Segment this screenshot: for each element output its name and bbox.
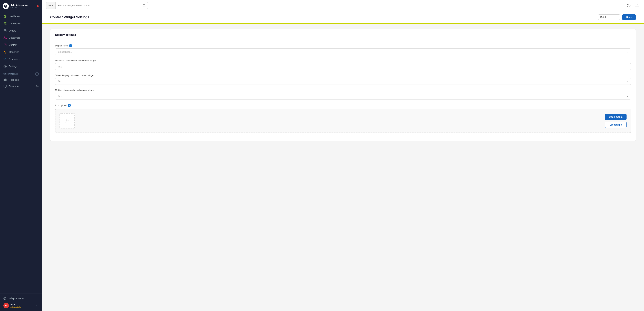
sidebar-item-extensions[interactable]: Extensions: [0, 56, 42, 63]
sidebar-item-dashboard[interactable]: Dashboard: [0, 13, 42, 20]
user-menu-button[interactable]: [36, 304, 39, 307]
svg-rect-16: [4, 85, 6, 87]
chevron-down-icon: ⌄: [626, 65, 628, 68]
sidebar-item-customers[interactable]: Customers: [0, 34, 42, 41]
storefront-icon: [4, 85, 7, 88]
mobile-display-group: Mobile: display collapsed contact widget…: [55, 89, 631, 99]
icon-upload-label: Icon upload: [55, 104, 66, 107]
page-header: Contact Widget Settings Dutch Save: [42, 11, 644, 24]
sidebar-item-settings[interactable]: Settings: [0, 63, 42, 70]
open-media-button[interactable]: Open media: [605, 114, 626, 120]
card-body: Display rules ? Select rules... ⌄ Deskto…: [50, 40, 636, 141]
sidebar-item-label: Settings: [9, 65, 18, 68]
sidebar-item-marketing[interactable]: Marketing: [0, 48, 42, 56]
notifications-button[interactable]: [634, 2, 640, 8]
svg-point-8: [4, 37, 5, 38]
dashboard-icon: [4, 15, 7, 18]
user-role: Administrator: [10, 306, 22, 308]
svg-point-21: [143, 4, 145, 6]
sidebar-item-label: Customers: [9, 36, 20, 39]
svg-point-19: [37, 86, 38, 86]
sidebar-item-label: Extensions: [9, 58, 20, 60]
sales-channels-label: Sales Channels: [4, 73, 18, 75]
chevron-down-icon: ⌄: [626, 95, 628, 97]
sidebar: G Administration 6.4.18.0 Dashboard Cata…: [0, 0, 42, 311]
save-button[interactable]: Save: [622, 14, 636, 20]
sidebar-item-label: Content: [9, 43, 17, 46]
mobile-select[interactable]: Text ⌄: [55, 93, 631, 99]
avatar: D: [4, 303, 9, 308]
sidebar-header: G Administration 6.4.18.0: [0, 0, 42, 11]
page-header-right: Dutch Save: [598, 14, 636, 20]
app-logo: G: [3, 3, 9, 9]
user-section: D demo Administrator: [4, 301, 39, 309]
sidebar-item-label: Orders: [9, 29, 16, 32]
headless-icon: [4, 78, 7, 81]
chevron-down-icon: ⌄: [626, 80, 628, 82]
svg-rect-5: [4, 24, 5, 25]
sidebar-item-catalogues[interactable]: Catalogues: [0, 20, 42, 27]
search-filter-button[interactable]: All: [46, 2, 56, 9]
desktop-label: Desktop: Display collapsed contact widge…: [55, 59, 631, 62]
svg-point-26: [66, 120, 67, 120]
upload-placeholder: [60, 113, 75, 128]
marketing-icon: [4, 50, 7, 54]
svg-rect-15: [4, 79, 6, 81]
collapse-menu-label: Collapse menu: [8, 297, 24, 300]
nav-menu: Dashboard Catalogues Orders Customers Co…: [0, 11, 42, 294]
status-dot: [37, 5, 39, 7]
channel-label: Storefront: [9, 85, 19, 88]
icon-upload-header: Icon upload ? …: [55, 104, 631, 107]
tablet-display-group: Tablet: Display collapsed contact widget…: [55, 74, 631, 85]
add-channel-button[interactable]: +: [35, 72, 39, 76]
sidebar-item-content[interactable]: Content: [0, 41, 42, 48]
search-button[interactable]: [140, 2, 148, 9]
display-rules-label: Display rules ?: [55, 44, 631, 47]
user-name: demo: [10, 303, 22, 306]
tablet-label: Tablet: Display collapsed contact widget: [55, 74, 631, 77]
channel-label: Headless: [9, 78, 19, 81]
svg-line-22: [145, 6, 145, 6]
svg-point-20: [4, 297, 6, 300]
help-button[interactable]: [626, 2, 632, 8]
topbar: All: [42, 0, 644, 11]
app-info: Administration 6.4.18.0: [10, 4, 28, 9]
language-select[interactable]: Dutch: [598, 14, 620, 20]
collapse-menu-button[interactable]: Collapse menu: [4, 296, 39, 301]
user-info: demo Administrator: [10, 303, 22, 308]
page-content: Contact Widget Settings Dutch Save Displ…: [42, 11, 644, 311]
card-title: Display settings: [50, 29, 636, 40]
display-rules-select[interactable]: Select rules... ⌄: [55, 48, 631, 55]
app-name: Administration: [10, 4, 28, 6]
desktop-display-group: Desktop: Display collapsed contact widge…: [55, 59, 631, 70]
app-version: 6.4.18.0: [10, 6, 28, 9]
upload-file-button[interactable]: Upload file: [605, 122, 626, 128]
display-rules-group: Display rules ? Select rules... ⌄: [55, 44, 631, 55]
catalogues-icon: [4, 22, 7, 25]
sidebar-item-orders[interactable]: Orders: [0, 27, 42, 34]
upload-area: Open media Upload file: [55, 109, 631, 133]
sidebar-item-label: Dashboard: [9, 15, 20, 18]
tablet-select[interactable]: Text ⌄: [55, 78, 631, 85]
display-settings-card: Display settings Display rules ? Select …: [50, 29, 636, 141]
search-input[interactable]: [56, 4, 140, 7]
svg-rect-6: [6, 24, 6, 25]
icon-upload-more-button[interactable]: …: [628, 104, 631, 107]
content-icon: [4, 43, 7, 47]
mobile-label: Mobile: display collapsed contact widget: [55, 89, 631, 91]
desktop-select[interactable]: Text ⌄: [55, 63, 631, 70]
extensions-icon: [4, 57, 7, 61]
svg-rect-4: [6, 22, 6, 23]
channel-storefront[interactable]: Storefront: [0, 83, 42, 89]
main-area: All Contact Widget Settings Dutch: [42, 0, 644, 311]
topbar-right: [626, 2, 640, 8]
svg-text:G: G: [5, 5, 6, 7]
channel-headless[interactable]: Headless: [0, 77, 42, 83]
icon-upload-help-icon[interactable]: ?: [68, 104, 71, 107]
display-rules-help-icon[interactable]: ?: [69, 44, 72, 47]
sidebar-item-label: Marketing: [9, 51, 19, 53]
svg-point-2: [5, 16, 6, 17]
page-title: Contact Widget Settings: [50, 15, 89, 19]
customers-icon: [4, 36, 7, 39]
upload-buttons: Open media Upload file: [605, 114, 626, 128]
